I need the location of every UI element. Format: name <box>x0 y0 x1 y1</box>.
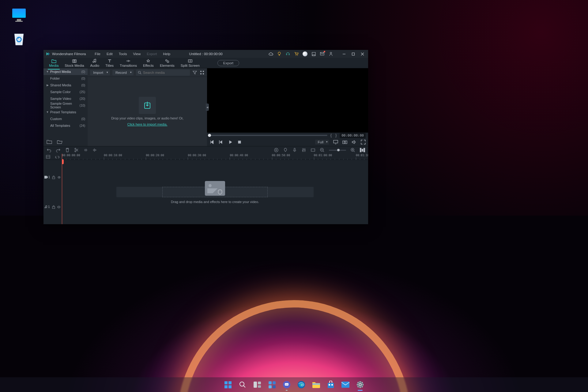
fullscreen-icon[interactable] <box>361 140 366 145</box>
split-icon[interactable] <box>74 148 79 153</box>
minimize-button[interactable] <box>339 50 349 58</box>
import-media-link[interactable]: Click here to import media. <box>127 123 168 126</box>
start-button[interactable] <box>221 378 234 391</box>
redo-icon[interactable] <box>56 148 61 153</box>
sidebar-item-shared-media[interactable]: ▶Shared Media(0) <box>43 82 88 89</box>
menu-edit[interactable]: Edit <box>104 51 115 57</box>
taskbar-explorer-button[interactable] <box>310 378 322 391</box>
search-input[interactable] <box>143 71 188 74</box>
menu-tools[interactable]: Tools <box>116 51 130 57</box>
volume-icon[interactable] <box>352 140 356 145</box>
step-back-icon[interactable] <box>209 140 214 145</box>
mark-out-icon[interactable]: } <box>335 133 337 138</box>
mixer-icon[interactable] <box>301 148 306 153</box>
tracks-canvas[interactable]: Drag and drop media and effects here to … <box>62 160 368 224</box>
lock-icon[interactable] <box>52 205 55 209</box>
message-icon[interactable] <box>320 51 325 56</box>
search-field[interactable] <box>136 70 190 76</box>
menu-view[interactable]: View <box>130 51 144 57</box>
desktop-icon-recycle-bin[interactable] <box>9 32 29 46</box>
taskbar-edge-button[interactable] <box>295 378 308 391</box>
visibility-icon[interactable] <box>57 175 61 179</box>
timeline-tracks-area[interactable]: 00:00:00:0000:00:10:0000:00:20:0000:00:3… <box>62 154 368 224</box>
zoom-slider[interactable] <box>329 150 346 151</box>
cart-icon[interactable] <box>294 51 299 56</box>
preview-quality-dropdown[interactable]: Full <box>315 140 329 145</box>
audio-track-header[interactable]: 1 <box>43 204 62 210</box>
taskbar-mail-button[interactable] <box>339 378 352 391</box>
taskbar-search-button[interactable] <box>236 378 249 391</box>
svg-rect-5 <box>313 55 315 56</box>
mark-in-icon[interactable]: { <box>330 133 332 138</box>
new-folder-icon[interactable] <box>47 139 52 144</box>
marker-icon[interactable] <box>283 148 288 153</box>
taskbar-store-button[interactable] <box>324 378 337 391</box>
mute-icon[interactable] <box>57 205 61 209</box>
menu-help[interactable]: Help <box>160 51 173 57</box>
svg-point-37 <box>59 177 60 178</box>
tab-titles[interactable]: Titles <box>102 59 117 67</box>
stop-icon[interactable] <box>237 140 242 145</box>
manage-tracks-icon[interactable] <box>46 155 51 159</box>
play-icon[interactable] <box>228 140 233 145</box>
sidebar-item-custom[interactable]: Custom(0) <box>43 115 88 122</box>
voiceover-icon[interactable] <box>292 148 297 153</box>
import-media-button[interactable] <box>139 97 156 114</box>
prev-frame-icon[interactable] <box>219 140 224 145</box>
task-view-button[interactable] <box>251 378 264 391</box>
ruler-tick: 00:01:00:00 <box>314 154 332 157</box>
import-dropdown[interactable]: Import <box>90 70 110 75</box>
render-preview-icon[interactable] <box>274 148 279 153</box>
delete-icon[interactable] <box>65 148 70 153</box>
sidebar-item-sample-color[interactable]: Sample Color(25) <box>43 89 88 95</box>
tab-audio[interactable]: Audio <box>87 59 102 67</box>
sidebar-item-sample-video[interactable]: Sample Video(20) <box>43 95 88 102</box>
taskbar-settings-button[interactable] <box>354 378 367 391</box>
user-avatar-icon[interactable] <box>303 51 307 56</box>
tab-effects[interactable]: Effects <box>140 59 157 67</box>
panel-collapse-handle[interactable]: ◀ <box>206 104 209 111</box>
tab-elements[interactable]: Elements <box>157 59 178 67</box>
aspect-icon[interactable] <box>311 148 315 153</box>
open-folder-icon[interactable] <box>57 139 62 144</box>
close-button[interactable] <box>358 50 367 58</box>
tab-media[interactable]: Media <box>46 59 62 67</box>
desktop-icon-computer[interactable] <box>9 9 29 22</box>
taskbar-chat-button[interactable] <box>280 378 293 391</box>
audio-meter-icon[interactable] <box>92 148 97 153</box>
display-icon[interactable] <box>333 140 338 145</box>
sidebar-item-preset-templates[interactable]: ▼Preset Templates <box>43 109 88 115</box>
grid-view-icon[interactable] <box>200 70 205 75</box>
preview-viewport[interactable] <box>207 68 368 133</box>
tab-transitions[interactable]: Transitions <box>117 59 140 67</box>
record-dropdown[interactable]: Record <box>112 70 134 75</box>
sidebar-item-all-templates[interactable]: All Templates(24) <box>43 122 88 129</box>
media-drop-zone[interactable]: Drop your video clips, images, or audio … <box>88 77 207 146</box>
timeline-ruler[interactable]: 00:00:00:0000:00:10:0000:00:20:0000:00:3… <box>62 154 368 160</box>
zoom-out-icon[interactable] <box>320 148 325 153</box>
widgets-button[interactable] <box>266 378 278 391</box>
export-button[interactable]: Export <box>217 60 239 66</box>
sidebar-item-folder[interactable]: Folder(0) <box>43 75 88 82</box>
lightbulb-icon[interactable] <box>277 51 282 56</box>
lock-icon[interactable] <box>52 175 55 179</box>
menu-file[interactable]: File <box>92 51 103 57</box>
link-tracks-icon[interactable] <box>55 155 60 159</box>
account-icon[interactable] <box>328 51 333 56</box>
tab-stock-media[interactable]: Stock Media <box>62 59 87 67</box>
sidebar-item-sample-green-screen[interactable]: Sample Green Screen(10) <box>43 102 88 109</box>
timeline-drop-strip[interactable] <box>116 187 314 197</box>
maximize-button[interactable] <box>349 50 358 58</box>
headset-icon[interactable] <box>285 51 290 56</box>
snapshot-icon[interactable] <box>342 140 347 145</box>
undo-icon[interactable] <box>47 148 51 153</box>
save-icon[interactable] <box>311 51 316 56</box>
preview-progress-slider[interactable] <box>209 135 327 136</box>
video-track-header[interactable]: 1 <box>43 174 62 180</box>
crop-icon[interactable] <box>83 148 88 153</box>
tab-split-screen[interactable]: Split Screen <box>178 59 203 67</box>
zoom-fit-icon[interactable] <box>360 148 365 152</box>
cloud-icon[interactable] <box>268 51 273 56</box>
zoom-in-icon[interactable] <box>350 148 355 153</box>
filter-icon[interactable] <box>192 70 197 75</box>
